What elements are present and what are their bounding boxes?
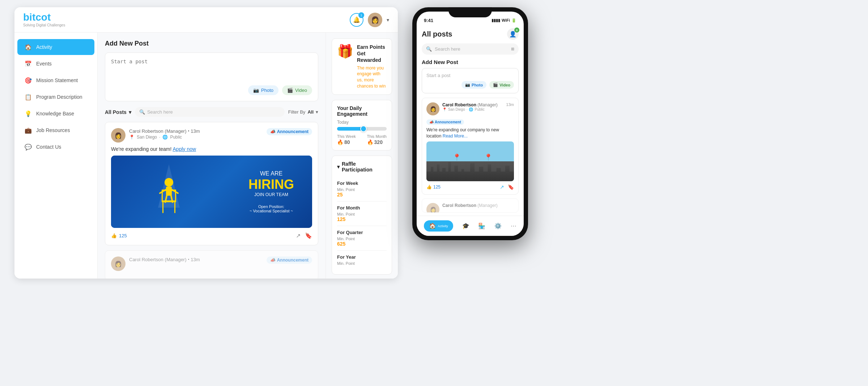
phone-notification-btn[interactable]: 👤 0 (507, 28, 519, 40)
this-week-value: 🔥 80 (337, 139, 356, 145)
phone-notif-badge: 0 (514, 27, 519, 33)
nav-item-5[interactable]: ⋯ (511, 222, 516, 229)
nav-activity[interactable]: 🏠 Activity (424, 220, 453, 232)
engagement-stats: This Week 🔥 80 This Month 🔥 320 (337, 134, 387, 145)
nav-icon-5: ⋯ (511, 222, 516, 229)
raffle-chevron-icon: ▾ (337, 164, 340, 170)
logo-prefix: bit (23, 12, 35, 23)
phone-all-posts-title: All posts (422, 30, 452, 38)
mobile-container: 9:41 ▮▮▮▮ WiFi 🔋 All posts 👤 0 (412, 7, 528, 240)
sidebar-item-events[interactable]: 📅 Events (17, 56, 94, 72)
phone-post-footer: 👍 125 ↗ 🔖 (426, 184, 514, 190)
map-pin-right: 📍 (484, 153, 492, 161)
progress-thumb[interactable] (360, 126, 367, 132)
post-username: Carol Robertson (Manager) · 13m (129, 128, 200, 134)
post-visibility: Public (170, 135, 182, 140)
user-avatar[interactable]: 👩 (368, 13, 382, 27)
post-footer: 👍 125 ↗ 🔖 (111, 232, 312, 239)
svg-rect-3 (174, 202, 175, 213)
hiring-banner: WE ARE HIRING JOIN OUR TEAM Open Positio… (111, 156, 312, 228)
status-icons: ▮▮▮▮ WiFi 🔋 (492, 18, 516, 23)
phone-photo-btn[interactable]: 📷 Photo (461, 81, 486, 89)
post-author-avatar: 👩 (111, 128, 125, 143)
open-label: Open Position: (248, 204, 294, 209)
sidebar-item-program[interactable]: 📋 Program Description (17, 89, 94, 105)
video-button[interactable]: 🎬 Video (282, 85, 312, 95)
reward-text: Earn Points Get Rewarded The more you en… (357, 44, 387, 89)
phone-read-more[interactable]: Read More... (443, 133, 468, 139)
post-input[interactable] (111, 59, 312, 80)
reward-subtitle: The more you engage with us, more chance… (357, 65, 387, 89)
announcement-icon-2: 📣 (270, 258, 276, 263)
search-icon: 🔍 (139, 109, 145, 115)
phone-post-placeholder[interactable]: Start a post (426, 73, 514, 78)
header-right: 🔔 1 👩 ▾ (350, 13, 389, 27)
phone-post-text: We're expanding our company to new locat… (426, 127, 514, 139)
nav-item-3[interactable]: 🏪 (478, 222, 485, 229)
raffle-min-week: Min. Point (337, 187, 387, 192)
nav-home-icon: 🏠 (429, 222, 436, 229)
phone-photo-icon: 📷 (465, 82, 470, 87)
raffle-header[interactable]: ▾ Raffle Participation (337, 161, 387, 173)
app-body: 🏠 Activity 📅 Events 🎯 Mission Statement … (14, 33, 398, 279)
posts-filter-bar: All Posts ▾ 🔍 Search here Filter By All … (105, 107, 318, 117)
phone-add-post-title: Add New Post (422, 59, 519, 65)
filter-dropdown-icon: ▾ (316, 109, 318, 115)
sidebar-item-jobs[interactable]: 💼 Job Resources (17, 122, 94, 138)
post-composer: 📷 Photo 🎬 Video (105, 52, 318, 101)
post-link[interactable]: Apply now (173, 146, 196, 152)
logo-highlight: cot (35, 12, 51, 23)
phone-post-header-2: 👩 Carol Robertson (Manager) (426, 203, 514, 213)
bookmark-icon[interactable]: 🔖 (305, 232, 312, 239)
notification-badge: 1 (358, 12, 364, 18)
notification-bell[interactable]: 🔔 1 (350, 13, 363, 27)
phone-video-icon: 🎬 (493, 82, 498, 87)
like-button[interactable]: 👍 125 (111, 233, 127, 238)
post-time: 13m (191, 128, 200, 134)
add-post-title: Add New Post (105, 40, 318, 47)
sidebar-item-activity[interactable]: 🏠 Activity (17, 39, 94, 55)
phone-thumbs-up-icon: 👍 (426, 184, 432, 190)
sidebar-item-knowledge[interactable]: 💡 Knowledge Base (17, 106, 94, 122)
phone-video-btn[interactable]: 🎬 Video (489, 81, 514, 89)
activity-icon: 🏠 (25, 43, 32, 51)
phone-post-card-2: 👩 Carol Robertson (Manager) (422, 198, 519, 213)
globe-icon: 🌐 (162, 135, 168, 140)
author-name-2: Carol Robertson (129, 257, 163, 262)
share-icon[interactable]: ↗ (296, 232, 301, 239)
jobs-icon: 💼 (25, 127, 32, 134)
nav-item-4[interactable]: ⚙️ (494, 222, 502, 229)
phone-bookmark-icon[interactable]: 🔖 (508, 184, 514, 190)
user-menu-chevron[interactable]: ▾ (387, 17, 389, 23)
raffle-min-month: Min. Point (337, 212, 387, 216)
progress-bar (337, 127, 387, 131)
phone-post-card: 👩 Carol Robertson (Manager) 📍 San Diego … (422, 98, 519, 195)
search-bar[interactable]: 🔍 Search here (135, 107, 285, 117)
phone-search-bar[interactable]: 🔍 Search here ⊞ (422, 43, 519, 55)
raffle-points-week: 25 (337, 192, 387, 198)
all-posts-dropdown[interactable]: All Posts ▾ (105, 109, 131, 115)
sidebar-label-jobs: Job Resources (36, 127, 70, 133)
svg-rect-1 (162, 200, 176, 202)
post-location: San Diego (137, 135, 157, 140)
phone-like-btn[interactable]: 👍 125 (426, 184, 441, 190)
program-icon: 📋 (25, 93, 32, 101)
reward-title: Earn Points Get Rewarded (357, 44, 387, 64)
sidebar-item-mission[interactable]: 🎯 Mission Statement (17, 72, 94, 88)
nav-icon-4: ⚙️ (494, 222, 502, 229)
phone-search-controls: ⊞ (511, 47, 514, 51)
author-role: (Manager) (165, 128, 187, 134)
battery-icon: 🔋 (511, 18, 516, 23)
raffle-item-quarter: For Quarter Min. Point 625 (337, 226, 387, 251)
photo-button[interactable]: 📷 Photo (248, 85, 278, 95)
join-team-text: JOIN OUR TEAM (248, 192, 294, 197)
svg-point-7 (165, 178, 173, 187)
post-card-2: 👩 Carol Robertson (Manager) · 13m 📣 Anno… (105, 250, 318, 279)
nav-item-2[interactable]: 🎓 (462, 222, 469, 229)
sidebar-item-contact[interactable]: 💬 Contact Us (17, 139, 94, 155)
phone-share-icon[interactable]: ↗ (500, 184, 504, 190)
phone-screen: 9:41 ▮▮▮▮ WiFi 🔋 All posts 👤 0 (417, 12, 524, 236)
daily-engagement: Your Daily Engagement Today This Week 🔥 … (332, 100, 392, 150)
raffle-period-week: For Week (337, 181, 387, 186)
phone-location-icon: 📍 (442, 107, 447, 111)
